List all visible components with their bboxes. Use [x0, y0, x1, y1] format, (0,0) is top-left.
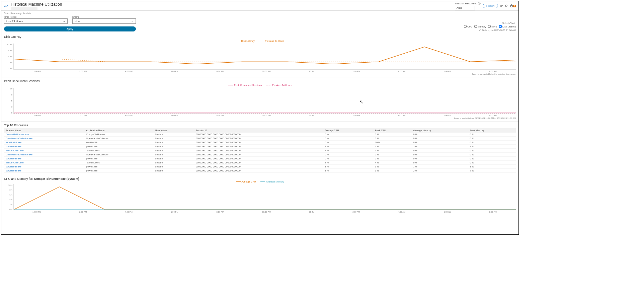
xaxis-cpumem: 12:00 PM2:00 PM4:00 PM6:00 PM8:00 PM10:0…	[13, 211, 516, 213]
cell-user-name: System	[153, 141, 194, 145]
cell-session-id: 00000000-0000-0000-0000-000000000000	[194, 141, 323, 145]
col-avg-cpu[interactable]: Average CPU↓	[323, 128, 373, 133]
cell-peak-cpu: 7 %	[373, 149, 411, 153]
cell-process-name[interactable]: powershell.exe	[4, 169, 84, 173]
refresh-icon[interactable]: ⟳	[500, 4, 503, 8]
yaxis-sessions: 108530	[4, 88, 13, 114]
cell-avg-mem: 0 %	[412, 133, 468, 137]
col-session-id[interactable]: Session ID	[194, 128, 323, 133]
xaxis-latency: 12:00 PM2:00 PM4:00 PM6:00 PM8:00 PM10:0…	[13, 70, 516, 72]
back-icon[interactable]: ↩	[4, 3, 8, 9]
cpumem-chart[interactable]	[13, 184, 516, 210]
drilling-select[interactable]: Now⌄	[72, 18, 136, 24]
cell-user-name: System	[153, 169, 194, 173]
chevron-down-icon: ⌄	[131, 20, 134, 23]
check-iops[interactable]: IOPS	[488, 25, 497, 28]
time-range-hint: Select time range for data.	[4, 12, 136, 14]
processes-title: Top 10 Processes	[4, 124, 516, 127]
check-memory[interactable]: Memory	[474, 25, 486, 28]
col-user-name[interactable]: User Name	[153, 128, 194, 133]
cell-process-name[interactable]: OpenHandleCollector.exe	[4, 153, 84, 157]
cell-user-name: System	[153, 149, 194, 153]
cell-peak-cpu: 3 %	[373, 165, 411, 169]
cell-peak-cpu: 3 %	[373, 169, 411, 173]
time-period-label: Time Period:	[4, 16, 68, 18]
zoom-note-sessions: Zoom is available from 07/24/2023 11:00 …	[4, 117, 516, 119]
session-recording-select[interactable]: Auto	[455, 6, 475, 10]
table-row[interactable]: OpenHandleCollector.exe OpenHandleCollec…	[4, 137, 516, 141]
cell-process-name[interactable]: powershell.exe	[4, 157, 84, 161]
power-icon[interactable]: ⏻2	[510, 4, 516, 8]
cell-avg-mem: 2 %	[412, 169, 468, 173]
cell-peak-mem: 1 %	[468, 165, 516, 169]
page-header: ↩ Historical Machine Utilization Session…	[1, 1, 518, 11]
apply-button[interactable]: Apply	[4, 26, 136, 31]
col-app-name[interactable]: Application Name	[84, 128, 153, 133]
check-cpu[interactable]: CPU	[464, 25, 472, 28]
table-row[interactable]: OpenHandleCollector.exe OpenHandleCollec…	[4, 153, 516, 157]
check-disk-latency[interactable]: Disk Latency	[499, 25, 516, 28]
time-period-select[interactable]: Last 24 Hours⌄	[4, 18, 68, 24]
cell-peak-cpu: 0 %	[373, 153, 411, 157]
legend-sessions-prev: Previous 24 Hours	[272, 84, 292, 86]
table-row[interactable]: powershell.exe powershell System 0000000…	[4, 165, 516, 169]
cell-session-id: 00000000-0000-0000-0000-000000000000	[194, 157, 323, 161]
cell-session-id: 00000000-0000-0000-0000-000000000000	[194, 161, 323, 165]
yaxis-latency: 10 ms8 ms5 ms3 ms0 ms	[4, 44, 13, 70]
cell-avg-cpu: 7 %	[323, 145, 373, 149]
table-row[interactable]: TaniumClient.exe TaniumClient System 000…	[4, 149, 516, 153]
cell-avg-mem: 0 %	[412, 149, 468, 153]
col-peak-mem[interactable]: Peak Memory	[468, 128, 516, 133]
cell-app-name: TaniumClient	[84, 161, 153, 165]
cell-avg-mem: 0 %	[412, 137, 468, 141]
report-button[interactable]: Report	[483, 4, 498, 8]
cell-app-name: WmiPrvSE	[84, 141, 153, 145]
cell-peak-cpu: 7 %	[373, 145, 411, 149]
drilling-label: Drilling:	[72, 16, 136, 18]
settings-icon[interactable]: ⚙	[505, 4, 508, 8]
col-peak-cpu[interactable]: Peak CPU	[373, 128, 411, 133]
cell-session-id: 00000000-0000-0000-0000-000000000000	[194, 137, 323, 141]
col-process-name[interactable]: Process Name	[4, 128, 84, 133]
sessions-chart[interactable]	[13, 88, 516, 114]
cell-avg-mem: 0 %	[412, 157, 468, 161]
session-recording-label: Session Recording	[455, 2, 477, 5]
cell-process-name[interactable]: TaniumClient.exe	[4, 161, 84, 165]
page-title: Historical Machine Utilization	[11, 2, 62, 7]
cell-process-name[interactable]: OpenHandleCollector.exe	[4, 137, 84, 141]
cell-user-name: System	[153, 161, 194, 165]
cell-peak-mem: 0 %	[468, 137, 516, 141]
cell-avg-cpu: 3 %	[323, 165, 373, 169]
table-row[interactable]: CompatTelRunner.exe CompatTelRunner Syst…	[4, 133, 516, 137]
table-row[interactable]: powershell.exe powershell System 0000000…	[4, 157, 516, 161]
table-row[interactable]: TaniumClient.exe TaniumClient System 000…	[4, 161, 516, 165]
cell-peak-cpu: 0 %	[373, 157, 411, 161]
table-row[interactable]: powershell.exe powershell System 0000000…	[4, 145, 516, 149]
cell-user-name: System	[153, 145, 194, 149]
info-icon[interactable]: ⓘ	[478, 2, 481, 5]
cell-avg-mem: 0 %	[412, 153, 468, 157]
xaxis-sessions: 12:00 PM2:00 PM4:00 PM6:00 PM8:00 PM10:0…	[13, 115, 516, 117]
cpumem-section: CPU and Memory for: CompatTelRunner.exe …	[1, 175, 518, 215]
cell-avg-cpu: 4 %	[323, 161, 373, 165]
legend-prev-24h: Previous 24 Hours	[265, 40, 285, 42]
cell-session-id: 00000000-0000-0000-0000-000000000000	[194, 153, 323, 157]
cell-process-name[interactable]: CompatTelRunner.exe	[4, 133, 84, 137]
chevron-down-icon: ⌄	[63, 20, 65, 23]
table-row[interactable]: WmiPrvSE.exe WmiPrvSE System 00000000-00…	[4, 141, 516, 145]
zoom-note-latency: Zoom is not available for the selected t…	[4, 73, 516, 75]
table-row[interactable]: powershell.exe powershell System 0000000…	[4, 169, 516, 173]
cell-process-name[interactable]: powershell.exe	[4, 165, 84, 169]
cell-peak-cpu: 0 %	[373, 133, 411, 137]
legend-disk-latency: Disk Latency	[241, 40, 255, 42]
cell-process-name[interactable]: powershell.exe	[4, 145, 84, 149]
sort-down-icon: ↓	[371, 129, 372, 132]
disk-latency-chart[interactable]	[13, 44, 516, 70]
cell-avg-cpu: 0 %	[323, 153, 373, 157]
cell-process-name[interactable]: TaniumClient.exe	[4, 149, 84, 153]
col-avg-mem[interactable]: Average Memory	[412, 128, 468, 133]
cell-user-name: System	[153, 153, 194, 157]
cell-process-name[interactable]: WmiPrvSE.exe	[4, 141, 84, 145]
cell-avg-cpu: 0 %	[323, 133, 373, 137]
cell-peak-mem: 2 %	[468, 169, 516, 173]
